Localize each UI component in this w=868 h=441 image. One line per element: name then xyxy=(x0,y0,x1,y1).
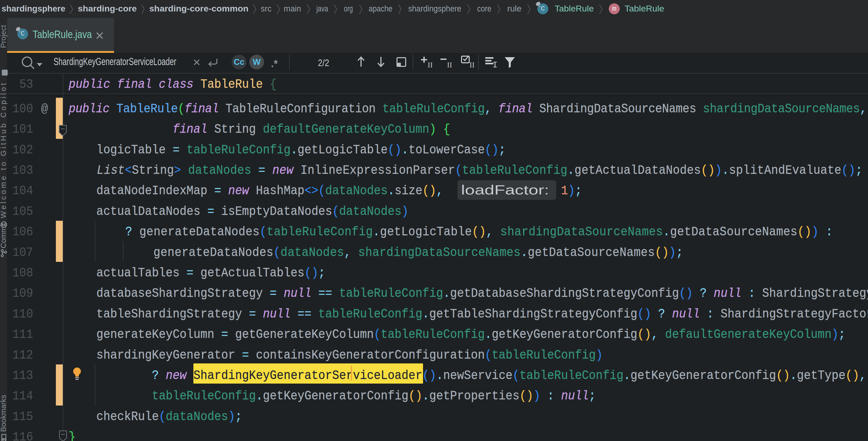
svg-text:I: I xyxy=(492,60,498,68)
svg-text:II: II xyxy=(428,60,433,69)
svg-text:II: II xyxy=(469,60,474,69)
svg-text:II: II xyxy=(447,60,452,69)
